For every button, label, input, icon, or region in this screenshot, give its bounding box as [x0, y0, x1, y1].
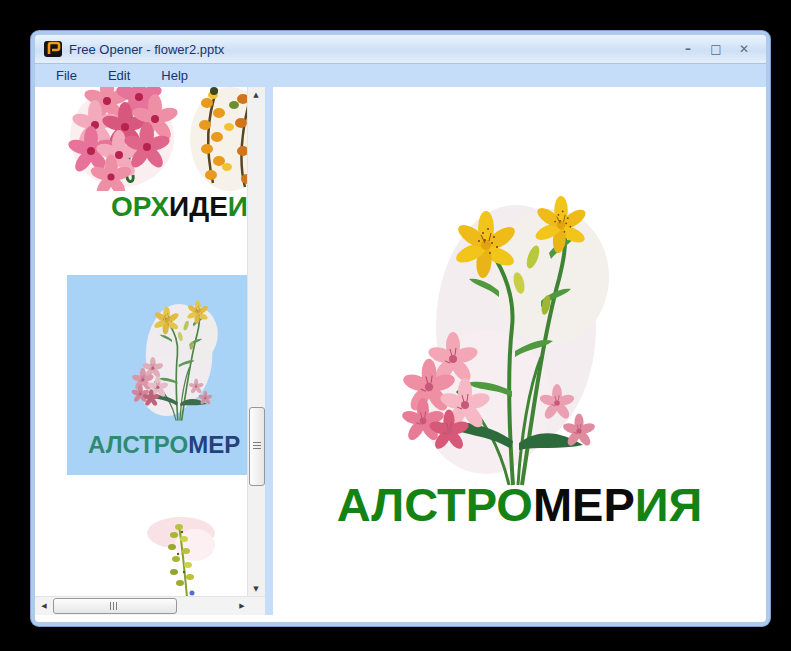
thumbnail-title-alstroemeria: АЛСТРОМЕР [88, 431, 240, 459]
slide-view: АЛСТРОМЕРИЯ [273, 87, 766, 615]
titlebar[interactable]: Free Opener - flower2.pptx – □ ✕ [35, 35, 766, 64]
thumbnail-title-orchids: ОРХИДЕИ [111, 191, 248, 223]
menubar: File Edit Help [35, 64, 766, 87]
app-logo-icon [44, 41, 62, 57]
scroll-left-icon[interactable]: ◀ [39, 602, 49, 610]
scroll-down-icon[interactable]: ▼ [248, 585, 264, 593]
window-controls: – □ ✕ [681, 42, 751, 56]
horizontal-scroll-thumb[interactable] [53, 598, 177, 614]
minimize-icon[interactable]: – [681, 42, 695, 56]
title-segment: ОРХ [111, 191, 169, 222]
menu-help[interactable]: Help [161, 68, 188, 83]
thumbnail-vertical-scrollbar[interactable]: ▲ ▼ [247, 87, 265, 597]
thumbnail-orchids[interactable]: ОРХИДЕИ [67, 87, 248, 229]
scroll-grip-icon [110, 602, 119, 610]
menu-file[interactable]: File [56, 68, 77, 83]
scroll-up-icon[interactable]: ▲ [248, 91, 264, 99]
sprig-thumbnail-image [145, 517, 215, 597]
orchids-thumbnail-image [67, 87, 248, 191]
window-title: Free Opener - flower2.pptx [69, 42, 681, 57]
vertical-scroll-thumb[interactable] [249, 407, 265, 486]
title-segment: МЕР [188, 431, 240, 458]
alstroemeria-illustration [391, 187, 631, 487]
thumbnail-next-flower[interactable] [67, 517, 248, 597]
title-segment: ИДЕ [169, 191, 228, 222]
screenshot-canvas: Free Opener - flower2.pptx – □ ✕ File Ed… [0, 0, 791, 651]
title-segment: МЕР [533, 478, 635, 531]
alstroemeria-thumbnail-image [127, 289, 227, 429]
maximize-icon[interactable]: □ [709, 42, 723, 56]
title-segment: АЛСТРО [88, 431, 188, 458]
scroll-grip-icon [253, 442, 261, 450]
thumbnail-list: ОРХИДЕИ АЛСТРОМЕР [35, 87, 248, 597]
content-area: ОРХИДЕИ АЛСТРОМЕР [35, 87, 766, 615]
slide-thumbnail-panel: ОРХИДЕИ АЛСТРОМЕР [35, 87, 265, 615]
title-segment: ИЯ [635, 478, 703, 531]
title-segment: И [228, 191, 248, 222]
thumbnail-alstroemeria-selected[interactable]: АЛСТРОМЕР [67, 275, 248, 475]
menu-edit[interactable]: Edit [108, 68, 130, 83]
panel-divider [265, 87, 273, 615]
scroll-right-icon[interactable]: ▶ [237, 602, 247, 610]
thumbnail-horizontal-scrollbar[interactable]: ◀ ▶ [35, 596, 265, 615]
title-segment: АЛСТРО [337, 478, 533, 531]
close-icon[interactable]: ✕ [737, 42, 751, 56]
app-window: Free Opener - flower2.pptx – □ ✕ File Ed… [31, 31, 770, 626]
slide-title: АЛСТРОМЕРИЯ [273, 477, 766, 532]
